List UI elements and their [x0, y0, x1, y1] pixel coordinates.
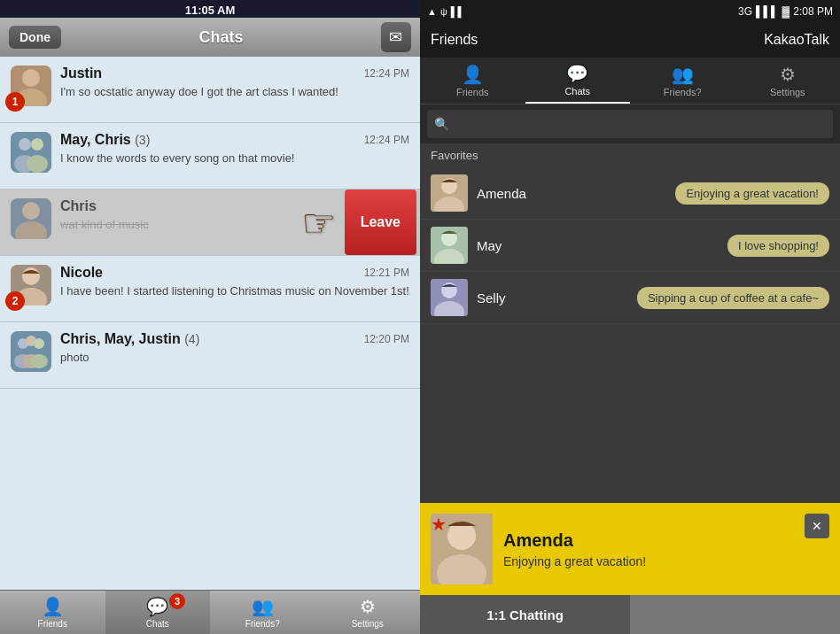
- friends-label: Friends: [38, 619, 67, 629]
- chats-tab-badge: 3: [169, 593, 185, 609]
- android-chats-label: Chats: [564, 86, 590, 97]
- friend-name-may: May: [477, 238, 539, 253]
- ios-tab-chats[interactable]: 3 💬 Chats: [105, 591, 211, 634]
- close-icon: ✕: [812, 519, 822, 533]
- notification-popup: ★ Amenda Enjoying a great vacation! ✕ 1:…: [420, 503, 840, 634]
- ios-nav-bar: Done Chats ✉: [0, 18, 420, 57]
- notification-close-button[interactable]: ✕: [805, 514, 829, 538]
- header-title-left: Friends: [431, 32, 478, 48]
- chat-content-may-chris: May, Chris (3) 12:24 PM I know the words…: [60, 132, 409, 166]
- friends-icon: 👤: [42, 596, 64, 617]
- friend-name-amenda: Amenda: [477, 186, 539, 201]
- chat-content-group: Chris, May, Justin (4) 12:20 PM photo: [60, 331, 409, 366]
- alert-icon: ▲: [427, 6, 437, 17]
- android-tab-friends2[interactable]: 👥 Friends?: [630, 58, 735, 104]
- chat-list: Justin 12:24 PM I'm so ocstatic anyway d…: [0, 57, 420, 590]
- android-friends-icon: 👤: [462, 64, 484, 85]
- chat-name-may-chris: May, Chris (3): [60, 132, 150, 148]
- avatar-selly: [431, 279, 468, 316]
- android-tab-friends[interactable]: 👤 Friends: [420, 58, 525, 104]
- chat-item-nicole[interactable]: Nicole 12:21 PM I have been! I started l…: [0, 256, 420, 322]
- search-bar[interactable]: 🔍: [427, 110, 833, 138]
- android-tab-chats[interactable]: 💬 Chats: [525, 58, 631, 104]
- chat-preview-may-chris: I know the words to every song on that m…: [60, 151, 409, 166]
- ios-status-bar: 11:05 AM: [0, 0, 420, 18]
- android-friends-label: Friends: [456, 87, 489, 97]
- friend-status-amenda: Enjoying a great vacation!: [675, 182, 829, 205]
- friend-status-selly: Sipping a cup of coffee at a cafe~: [637, 287, 829, 309]
- chats-icon: 💬: [146, 596, 168, 617]
- friend-item-amenda[interactable]: Amenda Enjoying a great vacation!: [420, 167, 840, 220]
- chat-preview-nicole: I have been! I started listening to Chri…: [60, 283, 409, 299]
- svg-point-1: [22, 69, 40, 87]
- chat-name-nicole: Nicole: [60, 265, 103, 281]
- status-icons-left: ▲ ψ ▌▌: [427, 6, 464, 17]
- usb-icon: ψ: [440, 6, 447, 17]
- friend-item-selly[interactable]: Selly Sipping a cup of coffee at a cafe~: [420, 272, 840, 324]
- friend-status-may: I love shopping!: [727, 235, 829, 257]
- swipe-hand-icon: ☞: [301, 200, 336, 245]
- avatar-may-chris: [11, 132, 51, 173]
- chat-time-group: 12:20 PM: [364, 333, 409, 345]
- header-title-right: KakaoTalk: [764, 32, 829, 48]
- battery-icon: ▓: [782, 5, 790, 18]
- chat-item-chris[interactable]: Chris 12:22 PM wat kind of music ☞ Leave: [0, 189, 420, 256]
- status-icons-right: 3G ▌▌▌ ▓ 2:08 PM: [738, 5, 833, 18]
- friends2-label: Friends?: [245, 619, 280, 629]
- chat-preview-group: photo: [60, 350, 409, 366]
- android-settings-icon: ⚙: [780, 64, 796, 85]
- chat-name-chris: Chris: [60, 198, 97, 214]
- chat-content-justin: Justin 12:24 PM I'm so ocstatic anyway d…: [60, 66, 409, 100]
- leave-button[interactable]: Leave: [345, 189, 416, 255]
- android-tab-settings[interactable]: ⚙ Settings: [735, 58, 841, 104]
- svg-point-6: [31, 138, 43, 151]
- ios-panel: 11:05 AM Done Chats ✉ Justin 12:24 PM: [0, 0, 420, 634]
- android-status-bar: ▲ ψ ▌▌ 3G ▌▌▌ ▓ 2:08 PM: [420, 0, 840, 22]
- done-button[interactable]: Done: [9, 26, 61, 49]
- avatar-amenda: [431, 174, 468, 212]
- friend-item-may[interactable]: May I love shopping!: [420, 220, 840, 272]
- chat-time-nicole: 12:21 PM: [364, 267, 409, 279]
- svg-point-9: [22, 202, 40, 220]
- badge-justin: 1: [5, 92, 25, 112]
- signal-bars-icon: ▌▌: [451, 6, 465, 17]
- ios-tab-settings[interactable]: ⚙ Settings: [315, 591, 421, 634]
- chat-item-group[interactable]: Chris, May, Justin (4) 12:20 PM photo: [0, 322, 420, 389]
- ios-tab-friends2[interactable]: 👥 Friends?: [210, 591, 315, 634]
- notification-content: ★ Amenda Enjoying a great vacation! ✕: [420, 503, 840, 595]
- compose-button[interactable]: ✉: [381, 22, 411, 52]
- chat-preview-justin: I'm so ocstatic anyway doe I got the art…: [60, 84, 409, 100]
- chat-time-may-chris: 12:24 PM: [364, 134, 409, 146]
- android-settings-label: Settings: [770, 87, 805, 97]
- friend-name-selly: Selly: [477, 290, 539, 305]
- avatar-chris: [11, 198, 51, 239]
- notification-secondary-button[interactable]: [630, 595, 840, 634]
- svg-point-20: [30, 354, 48, 368]
- notification-text: Amenda Enjoying a great vacation!: [503, 530, 794, 568]
- chat-content-nicole: Nicole 12:21 PM I have been! I started l…: [60, 265, 409, 299]
- settings-label: Settings: [352, 619, 384, 629]
- chat-time-justin: 12:24 PM: [364, 67, 409, 80]
- notification-buttons: 1:1 Chatting: [420, 595, 840, 634]
- android-chats-icon: 💬: [566, 63, 588, 84]
- one-to-one-chat-button[interactable]: 1:1 Chatting: [420, 595, 630, 634]
- chat-name-justin: Justin: [60, 66, 102, 81]
- android-friends2-label: Friends?: [664, 87, 702, 97]
- compose-icon: ✉: [389, 27, 402, 47]
- avatar-may: [431, 227, 468, 264]
- friends2-icon: 👥: [252, 596, 274, 617]
- network-type: 3G: [738, 5, 752, 18]
- chats-title: Chats: [198, 28, 243, 47]
- svg-point-7: [27, 155, 48, 173]
- search-icon: 🔍: [434, 117, 449, 131]
- chat-item-justin[interactable]: Justin 12:24 PM I'm so ocstatic anyway d…: [0, 57, 420, 123]
- android-time: 2:08 PM: [793, 5, 833, 18]
- ios-tab-friends[interactable]: 👤 Friends: [0, 591, 105, 634]
- chat-item-may-chris[interactable]: May, Chris (3) 12:24 PM I know the words…: [0, 123, 420, 189]
- android-friends2-icon: 👥: [672, 64, 694, 85]
- chats-label: Chats: [146, 619, 169, 629]
- android-panel: ▲ ψ ▌▌ 3G ▌▌▌ ▓ 2:08 PM Friends KakaoTal…: [420, 0, 840, 634]
- android-tab-bar: 👤 Friends 💬 Chats 👥 Friends? ⚙ Settings: [420, 58, 840, 104]
- favorites-header: Favorites: [420, 143, 840, 167]
- notification-message: Enjoying a great vacation!: [503, 554, 794, 568]
